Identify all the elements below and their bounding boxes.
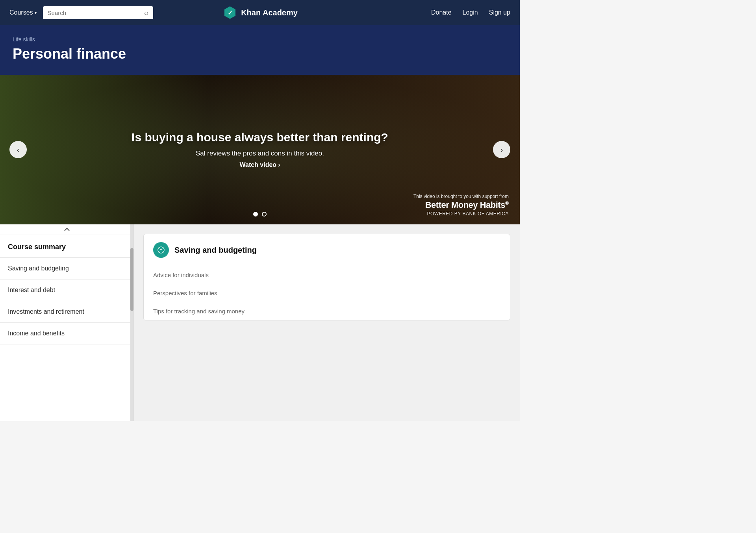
sidebar-item-investments[interactable]: Investments and retirement [0, 301, 133, 323]
sponsor-reg: ® [505, 200, 509, 206]
svg-point-2 [158, 247, 164, 253]
signup-link[interactable]: Sign up [489, 9, 510, 16]
sponsor-powered: Powered by BANK OF AMERICA [413, 211, 509, 217]
khan-academy-logo-icon: ✓ [223, 6, 237, 20]
watch-video-link[interactable]: Watch video › [240, 161, 280, 168]
sidebar-scrollbar-thumb [130, 248, 133, 311]
section-links-list: Advice for individuals Perspectives for … [144, 266, 510, 320]
sidebar-item-interest[interactable]: Interest and debt [0, 279, 133, 301]
arrow-icon: › [278, 161, 280, 168]
piggy-bank-icon [157, 246, 165, 254]
carousel-dots [253, 212, 267, 217]
section-card-header: Saving and budgeting [144, 234, 510, 266]
svg-text:✓: ✓ [228, 9, 233, 16]
sidebar-scroll-up-button[interactable] [0, 224, 133, 235]
sidebar-item-saving[interactable]: Saving and budgeting [0, 258, 133, 279]
watch-video-label: Watch video [240, 161, 277, 168]
courses-button[interactable]: Courses ▾ [9, 9, 37, 16]
course-header: Life skills Personal finance [0, 25, 520, 75]
section-icon [153, 242, 169, 258]
search-bar: ⌕ [43, 6, 153, 19]
carousel-subtext: Sal reviews the pros and cons in this vi… [132, 150, 388, 157]
chevron-up-icon [64, 228, 70, 231]
saving-budgeting-card: Saving and budgeting Advice for individu… [143, 234, 510, 320]
site-name: Khan Academy [241, 8, 298, 17]
carousel-dot-2[interactable] [262, 212, 267, 217]
sidebar-scrollbar[interactable] [130, 224, 133, 421]
search-input[interactable] [48, 9, 141, 16]
courses-chevron-icon: ▾ [35, 11, 37, 15]
carousel-heading: Is buying a house always better than ren… [132, 131, 388, 144]
nav-links: Donate Login Sign up [431, 9, 510, 16]
page-title: Personal finance [13, 46, 507, 62]
sponsor-name-text: Better Money Habits [425, 200, 505, 210]
navbar: Courses ▾ ⌕ ✓ Khan Academy Donate Login … [0, 0, 520, 25]
sponsor-intro-text: This video is brought to you with suppor… [413, 194, 509, 199]
sponsor-name: Better Money Habits® [413, 200, 509, 210]
carousel-prev-button[interactable]: ‹ [9, 141, 27, 158]
sidebar-title: Course summary [0, 235, 133, 258]
breadcrumb: Life skills [13, 36, 507, 43]
login-link[interactable]: Login [463, 9, 478, 16]
sponsor-badge: This video is brought to you with suppor… [413, 194, 509, 217]
sidebar-item-income[interactable]: Income and benefits [0, 323, 133, 344]
section-title: Saving and budgeting [174, 246, 257, 255]
carousel-dot-1[interactable] [253, 212, 258, 217]
section-link-perspectives[interactable]: Perspectives for families [144, 284, 510, 302]
featured-carousel: Is buying a house always better than ren… [0, 75, 520, 224]
main-body: Course summary Saving and budgeting Inte… [0, 224, 520, 421]
donate-link[interactable]: Donate [431, 9, 452, 16]
sidebar: Course summary Saving and budgeting Inte… [0, 224, 134, 421]
carousel-content: Is buying a house always better than ren… [132, 131, 388, 168]
search-icon: ⌕ [144, 9, 148, 17]
site-logo[interactable]: ✓ Khan Academy [223, 6, 298, 20]
content-area: Saving and budgeting Advice for individu… [134, 224, 520, 421]
courses-label: Courses [9, 9, 33, 16]
section-link-tips[interactable]: Tips for tracking and saving money [144, 302, 510, 320]
sidebar-items-list: Saving and budgeting Interest and debt I… [0, 258, 133, 344]
carousel-next-button[interactable]: › [493, 141, 510, 158]
section-link-advice[interactable]: Advice for individuals [144, 266, 510, 284]
